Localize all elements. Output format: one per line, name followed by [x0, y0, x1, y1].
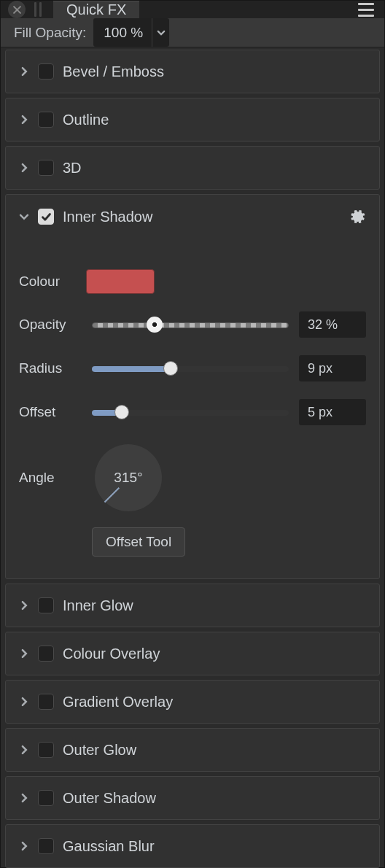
chevron-right-icon[interactable]: [19, 745, 29, 755]
offset-tool-button[interactable]: Offset Tool: [92, 527, 185, 557]
fx-checkbox[interactable]: [38, 694, 54, 710]
chevron-right-icon[interactable]: [19, 600, 29, 611]
radius-row: Radius 9 px: [19, 355, 366, 381]
fx-row-inner-glow[interactable]: Inner Glow: [5, 584, 380, 627]
chevron-down-icon[interactable]: [19, 212, 29, 222]
fx-label: Bevel / Emboss: [63, 63, 164, 80]
panel-menu-icon[interactable]: [358, 3, 374, 17]
panel-header: Quick FX: [1, 1, 384, 18]
fx-row-outer-shadow[interactable]: Outer Shadow: [5, 776, 380, 820]
fx-checkbox[interactable]: [38, 742, 54, 758]
offset-row: Offset 5 px: [19, 399, 366, 425]
fx-checkbox[interactable]: [38, 112, 54, 128]
fx-row-3d[interactable]: 3D: [5, 146, 380, 190]
fx-label: Colour Overlay: [63, 646, 160, 662]
fx-panel-inner-shadow: Inner Shadow Colour Opacity 32 % Rad: [5, 194, 380, 579]
fx-label: Outer Shadow: [63, 790, 156, 807]
colour-label: Colour: [19, 274, 86, 290]
opacity-value[interactable]: 32 %: [299, 311, 366, 338]
quickfx-panel: Quick FX Fill Opacity: 100 % Bevel / Emb…: [0, 0, 385, 868]
chevron-right-icon[interactable]: [19, 697, 29, 707]
chevron-right-icon[interactable]: [19, 66, 29, 77]
fx-label: Gaussian Blur: [63, 838, 155, 855]
dock-handle-icon[interactable]: [34, 2, 42, 17]
chevron-right-icon[interactable]: [19, 793, 29, 803]
chevron-right-icon[interactable]: [19, 841, 29, 851]
effects-list: Bevel / Emboss Outline 3D Inner Shadow: [1, 48, 384, 868]
opacity-slider[interactable]: [92, 317, 289, 332]
fx-row-gaussian-blur[interactable]: Gaussian Blur: [5, 824, 380, 868]
tab-label: Quick FX: [66, 1, 126, 18]
fx-checkbox[interactable]: [38, 646, 54, 662]
fx-row-outer-glow[interactable]: Outer Glow: [5, 728, 380, 772]
tab-quickfx[interactable]: Quick FX: [53, 1, 139, 18]
fx-checkbox[interactable]: [38, 790, 54, 806]
chevron-right-icon[interactable]: [19, 115, 29, 125]
angle-label: Angle: [19, 470, 79, 486]
fill-opacity-row: Fill Opacity: 100 %: [1, 18, 384, 48]
offset-slider[interactable]: [92, 405, 289, 419]
chevron-right-icon[interactable]: [19, 648, 29, 659]
offset-value[interactable]: 5 px: [299, 399, 366, 425]
chevron-down-icon[interactable]: [152, 18, 169, 47]
opacity-label: Opacity: [19, 317, 82, 333]
fx-label: Gradient Overlay: [63, 694, 173, 710]
fx-label: Inner Glow: [63, 597, 133, 614]
chevron-right-icon[interactable]: [19, 163, 29, 173]
fx-row-bevel-emboss[interactable]: Bevel / Emboss: [5, 50, 380, 93]
opacity-row: Opacity 32 %: [19, 311, 366, 338]
colour-row: Colour: [19, 269, 366, 294]
fx-label: Inner Shadow: [63, 209, 152, 225]
fx-row-gradient-overlay[interactable]: Gradient Overlay: [5, 680, 380, 724]
radius-value[interactable]: 9 px: [299, 355, 366, 381]
radius-label: Radius: [19, 360, 82, 376]
angle-dial[interactable]: 315°: [95, 444, 162, 511]
colour-swatch[interactable]: [86, 269, 155, 294]
fx-label: Outer Glow: [63, 742, 136, 759]
fill-opacity-value: 100 %: [93, 25, 152, 41]
fill-opacity-label: Fill Opacity:: [14, 25, 86, 41]
fx-checkbox[interactable]: [38, 160, 54, 176]
fx-label: 3D: [63, 160, 82, 177]
angle-row: Angle 315°: [19, 444, 366, 511]
fx-label: Outline: [63, 112, 109, 128]
fx-checkbox[interactable]: [38, 838, 54, 854]
offset-label: Offset: [19, 404, 82, 420]
fx-row-outline[interactable]: Outline: [5, 98, 380, 142]
fx-checkbox[interactable]: [38, 597, 54, 613]
fx-checkbox[interactable]: [38, 63, 54, 80]
close-icon[interactable]: [8, 1, 26, 18]
gear-icon[interactable]: [350, 209, 366, 225]
radius-slider[interactable]: [92, 361, 289, 376]
fx-checkbox[interactable]: [38, 209, 54, 225]
fx-row-colour-overlay[interactable]: Colour Overlay: [5, 632, 380, 675]
fill-opacity-input[interactable]: 100 %: [93, 18, 169, 47]
fx-row-inner-shadow[interactable]: Inner Shadow: [19, 195, 366, 239]
